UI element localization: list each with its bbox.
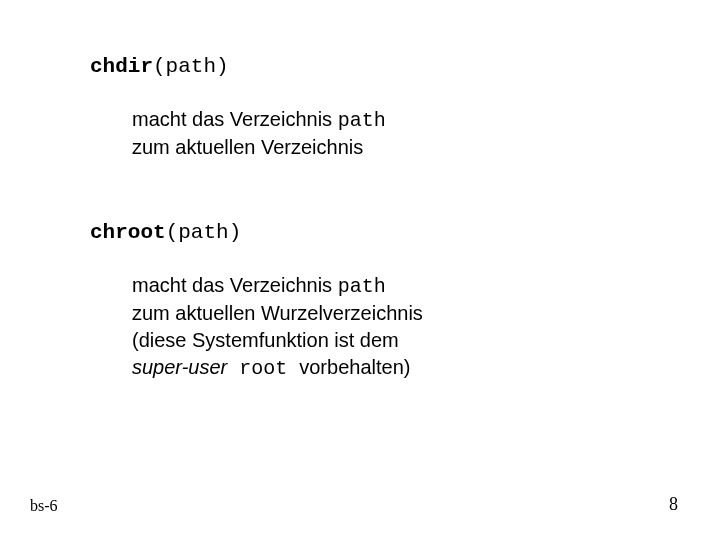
desc-text: macht das Verzeichnis xyxy=(132,274,338,296)
func-args: (path) xyxy=(166,221,242,244)
footer-left: bs-6 xyxy=(30,497,58,515)
desc-text: vorbehalten) xyxy=(299,356,410,378)
desc-italic: super-user xyxy=(132,356,227,378)
desc-text: macht das Verzeichnis xyxy=(132,108,338,130)
desc-chroot: macht das Verzeichnis path zum aktuellen… xyxy=(132,272,650,382)
slide-content: chdir(path) macht das Verzeichnis path z… xyxy=(90,55,650,382)
desc-code: root xyxy=(227,357,299,380)
func-name: chdir xyxy=(90,55,153,78)
desc-code: path xyxy=(338,109,386,132)
function-chdir: chdir(path) xyxy=(90,55,650,78)
desc-code: path xyxy=(338,275,386,298)
desc-text: (diese Systemfunktion ist dem xyxy=(132,329,399,351)
func-name: chroot xyxy=(90,221,166,244)
desc-text: zum aktuellen Wurzelverzeichnis xyxy=(132,302,423,324)
desc-chdir: macht das Verzeichnis path zum aktuellen… xyxy=(132,106,650,161)
func-args: (path) xyxy=(153,55,229,78)
page-number: 8 xyxy=(669,494,678,515)
desc-text: zum aktuellen Verzeichnis xyxy=(132,136,363,158)
function-chroot: chroot(path) xyxy=(90,221,650,244)
